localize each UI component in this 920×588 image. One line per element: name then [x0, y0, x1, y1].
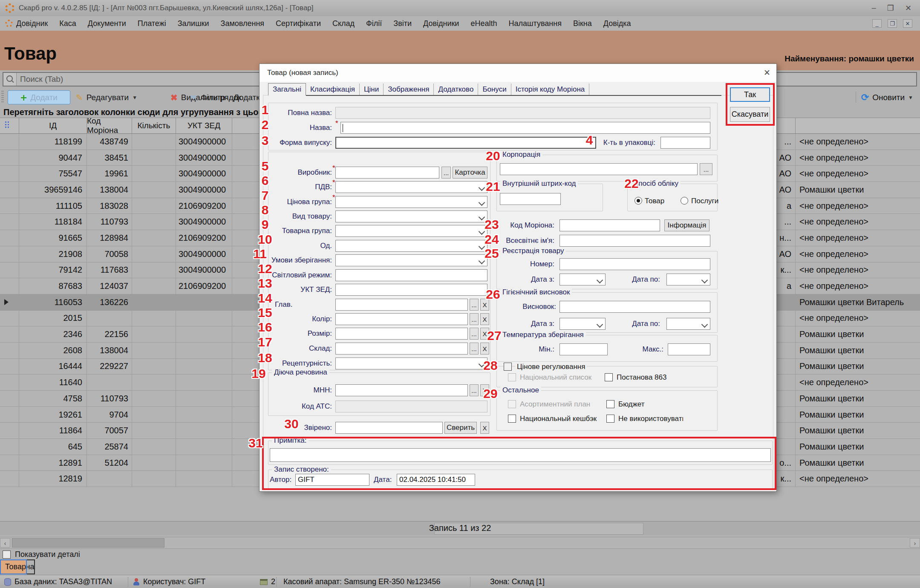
marker-column-header[interactable]: [0, 118, 19, 133]
recipe-select[interactable]: [335, 357, 487, 369]
name-field[interactable]: [340, 122, 710, 134]
menu-item[interactable]: Залишки: [178, 19, 209, 28]
size-field[interactable]: [335, 328, 468, 340]
column-header-name[interactable]: [795, 118, 920, 133]
decree-863-checkbox[interactable]: [605, 373, 613, 381]
services-radio[interactable]: [681, 197, 688, 205]
verify-button[interactable]: Сверить: [444, 422, 477, 434]
storage-select[interactable]: [335, 254, 487, 266]
cell-qty: [132, 455, 176, 471]
mdi-restore-button[interactable]: ❐: [888, 19, 897, 28]
dialog-tab[interactable]: Бонуси: [478, 84, 511, 95]
mnn-ellipsis-button[interactable]: ...: [470, 384, 479, 396]
close-button[interactable]: ✕: [905, 3, 911, 13]
scrollbar-thumb[interactable]: [12, 538, 164, 548]
mdi-close-button[interactable]: ✕: [903, 19, 912, 28]
menu-item[interactable]: Довідка: [603, 19, 631, 28]
light-mode-field[interactable]: [335, 269, 487, 281]
dialog-tab[interactable]: Історія коду Моріона: [511, 84, 590, 95]
temp-min-field[interactable]: [559, 343, 608, 355]
price-group-select[interactable]: [335, 196, 487, 208]
annotation-number: 27: [487, 329, 501, 343]
price-regulation-checkbox[interactable]: [504, 363, 512, 371]
warehouse-field[interactable]: [335, 343, 468, 355]
product-kind-select[interactable]: [335, 210, 487, 222]
mnn-field[interactable]: [335, 384, 468, 396]
product-group-select[interactable]: [335, 225, 487, 237]
reg-date-to-select[interactable]: [666, 274, 710, 285]
release-form-field[interactable]: [335, 137, 596, 149]
mdi-minimize-button[interactable]: _: [872, 19, 882, 28]
menu-item[interactable]: Вікна: [573, 19, 592, 28]
barcode-field[interactable]: [500, 193, 561, 205]
menu-item[interactable]: Каса: [59, 19, 76, 28]
dialog-tab[interactable]: Додатково: [434, 84, 478, 95]
do-not-use-checkbox[interactable]: [606, 415, 614, 423]
dialog-close-icon[interactable]: ✕: [764, 68, 770, 78]
world-name-field[interactable]: [559, 235, 710, 247]
menu-item[interactable]: Склад: [332, 19, 355, 28]
producer-card-button[interactable]: Карточка: [453, 167, 487, 179]
menu-item[interactable]: Налаштування: [508, 19, 561, 28]
menu-item[interactable]: Платежі: [138, 19, 166, 28]
info-button[interactable]: Інформація: [664, 219, 709, 231]
size-ellipsis-button[interactable]: ...: [470, 328, 479, 340]
color-ellipsis-button[interactable]: ...: [470, 313, 479, 325]
dialog-tab[interactable]: Ціни: [360, 84, 384, 95]
row-marker: [0, 166, 19, 182]
scroll-left-button[interactable]: ‹: [0, 538, 10, 548]
window-tab[interactable]: Товар: [0, 559, 27, 574]
menu-item[interactable]: Довідники: [423, 19, 459, 28]
dialog-tab[interactable]: Зображення: [384, 84, 434, 95]
national-cashback-checkbox[interactable]: [508, 415, 516, 423]
filter-button[interactable]: Фільтр: [190, 90, 225, 104]
color-clear-button[interactable]: X: [480, 313, 489, 325]
warehouse-clear-button[interactable]: X: [480, 343, 489, 355]
cell-ukt: 3004900000: [176, 166, 232, 182]
add-button[interactable]: + Додати: [8, 90, 70, 104]
conclusion-field[interactable]: [559, 301, 710, 313]
menu-item[interactable]: eHealth: [470, 19, 497, 28]
reg-number-field[interactable]: [559, 258, 710, 270]
main-ellipsis-button[interactable]: ...: [470, 299, 479, 311]
pack-qty-field[interactable]: [660, 137, 710, 149]
menu-item[interactable]: Документи: [88, 19, 126, 28]
dialog-tab[interactable]: Класифікація: [306, 84, 360, 95]
producer-ellipsis-button[interactable]: ...: [441, 167, 451, 179]
corporation-field[interactable]: [500, 163, 698, 175]
temp-max-field[interactable]: [668, 343, 710, 355]
menu-item[interactable]: Замовлення: [221, 19, 265, 28]
verified-clear-button[interactable]: X: [480, 422, 489, 434]
unit-select[interactable]: [335, 240, 487, 252]
hygiene-date-to-select[interactable]: [666, 318, 710, 330]
column-header-id[interactable]: ІД: [19, 118, 87, 133]
column-header-qty[interactable]: Кількість: [132, 118, 176, 133]
budget-checkbox[interactable]: [606, 400, 614, 408]
show-details-checkbox[interactable]: [3, 551, 11, 559]
color-field[interactable]: [335, 313, 468, 325]
column-header-morion[interactable]: Код Моріона: [87, 118, 132, 133]
warehouse-ellipsis-button[interactable]: ...: [470, 343, 479, 355]
scroll-right-button[interactable]: ›: [910, 538, 920, 548]
verified-field[interactable]: [335, 422, 443, 434]
corporation-ellipsis-button[interactable]: ...: [700, 163, 712, 175]
column-header-ukt[interactable]: УКТ ЗЕД: [176, 118, 232, 133]
ukt-field[interactable]: [335, 284, 487, 296]
goods-radio[interactable]: [634, 197, 642, 205]
producer-field[interactable]: [335, 167, 439, 179]
main-field[interactable]: [335, 299, 468, 311]
morion-field[interactable]: [559, 219, 660, 231]
menu-item[interactable]: Звіти: [393, 19, 412, 28]
reg-date-from-select[interactable]: [559, 274, 606, 285]
edit-button[interactable]: ✎ Редагувати ▼: [76, 90, 137, 104]
minimize-button[interactable]: –: [872, 3, 876, 13]
menu-item[interactable]: Філії: [366, 19, 382, 28]
menu-item[interactable]: Довідник: [16, 19, 48, 28]
dialog-tab[interactable]: Загальні: [268, 83, 306, 96]
refresh-button[interactable]: ⟳ Оновити ▼: [861, 90, 913, 104]
maximize-button[interactable]: ❐: [887, 3, 894, 13]
menu-item[interactable]: Сертифікати: [276, 19, 321, 28]
hygiene-date-from-select[interactable]: [559, 318, 606, 330]
horizontal-scrollbar[interactable]: ‹ ›: [0, 537, 920, 549]
vat-select[interactable]: [335, 181, 487, 193]
